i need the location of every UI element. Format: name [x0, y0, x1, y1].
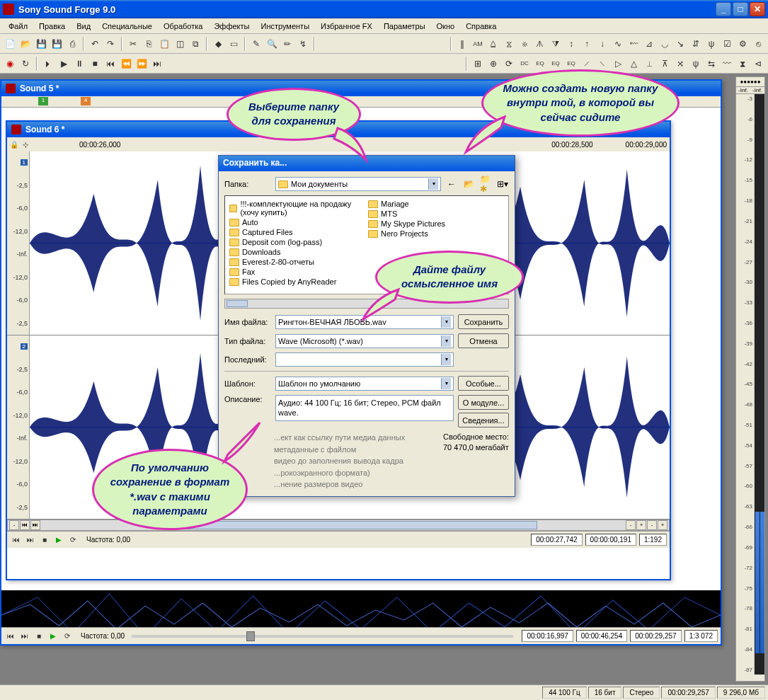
zoom-1-icon[interactable]: - — [626, 520, 636, 530]
fx-pitch-icon[interactable]: ∿ — [611, 37, 625, 51]
folder-item[interactable]: MTS — [367, 209, 505, 219]
s5-scrub-icon[interactable]: ⟳ — [61, 630, 74, 643]
proc-3-icon[interactable]: ⟳ — [502, 57, 516, 71]
cut-icon[interactable]: ✂ — [126, 37, 140, 51]
fx-vol-icon[interactable]: ⇵ — [689, 37, 703, 51]
forward-icon[interactable]: ⏩ — [134, 57, 149, 71]
saveas-icon[interactable]: 💾 — [50, 37, 64, 51]
fx-smooth-icon[interactable]: ◡ — [658, 37, 672, 51]
paste-icon[interactable]: 📋 — [157, 37, 171, 51]
proc-eq2-icon[interactable]: EQ — [549, 57, 563, 71]
record-icon[interactable]: ◉ — [3, 57, 17, 71]
fx-am-icon[interactable]: AM — [471, 37, 485, 51]
s5-scrub-slider[interactable] — [132, 635, 513, 638]
zoom-out-v-icon[interactable]: - — [9, 520, 19, 530]
menu-file[interactable]: Файл — [3, 20, 33, 33]
region-icon[interactable]: ▭ — [227, 37, 241, 51]
fx-last-icon[interactable]: ⎋ — [751, 37, 765, 51]
marker-2[interactable]: 4 — [81, 97, 91, 105]
folder-item[interactable]: Auto — [228, 217, 367, 227]
menu-window[interactable]: Окно — [431, 20, 461, 33]
pause-icon[interactable]: ⏸ — [72, 57, 86, 71]
fx-wave-icon[interactable]: ψ — [704, 37, 718, 51]
tool-event-icon[interactable]: ↯ — [296, 37, 310, 51]
fx-vib-icon[interactable]: ↘ — [673, 37, 687, 51]
s6-goend-icon[interactable]: ⏭ — [24, 534, 37, 546]
fx-chorus-icon[interactable]: ⩠ — [486, 37, 500, 51]
go-start-icon[interactable]: ⏮ — [103, 57, 118, 71]
fx-1-icon[interactable]: ‖ — [455, 37, 469, 51]
folder-item[interactable]: !!!-комплектующие на продажу (хочу купит… — [228, 199, 367, 217]
s5-goend-icon[interactable]: ⏭ — [18, 630, 31, 643]
custom-button[interactable]: Особые... — [458, 376, 509, 391]
prefs-button[interactable]: Сведения... — [458, 413, 509, 428]
minimize-button[interactable]: _ — [716, 2, 731, 16]
menu-help[interactable]: Справка — [460, 20, 502, 33]
proc-fo-icon[interactable]: ⟍ — [595, 57, 609, 71]
menu-special[interactable]: Специальные — [96, 20, 158, 33]
s5-play-icon[interactable]: ▶ — [47, 630, 59, 643]
view-icon[interactable]: ⊞▾ — [496, 178, 509, 190]
folder-item[interactable]: My Skype Pictures — [367, 219, 505, 229]
fx-noise-icon[interactable]: ↓ — [595, 37, 609, 51]
proc-2-icon[interactable]: ⊕ — [486, 57, 500, 71]
play-icon[interactable]: ▶ — [57, 57, 71, 71]
save-button[interactable]: Сохранить — [458, 314, 509, 329]
zoom-in-v-icon[interactable]: ⏮ — [20, 520, 30, 530]
copy-icon[interactable]: ⎘ — [142, 37, 156, 51]
template-dropdown[interactable]: Шаблон по умолчанию▾ — [275, 377, 454, 391]
proc-mute-icon[interactable]: ⟂ — [642, 57, 656, 71]
proc-res-icon[interactable]: ψ — [689, 57, 703, 71]
fx-plug-icon[interactable]: ☑ — [720, 37, 734, 51]
folder-dropdown[interactable]: Мои документы ▾ — [275, 177, 441, 191]
recent-dropdown[interactable]: ▾ — [275, 352, 454, 367]
chevron-down-icon[interactable]: ▾ — [428, 178, 438, 190]
fx-gear-icon[interactable]: ⚙ — [735, 37, 750, 51]
tool-edit-icon[interactable]: ✎ — [249, 37, 263, 51]
fx-delay-icon[interactable]: ⧖ — [502, 37, 516, 51]
undo-icon[interactable]: ↶ — [88, 37, 102, 51]
marker-icon[interactable]: ◆ — [211, 37, 225, 51]
s6-play-icon[interactable]: ▶ — [52, 534, 65, 546]
menu-tools[interactable]: Инструменты — [255, 20, 315, 33]
about-button[interactable]: О модуле... — [458, 395, 509, 410]
folder-item[interactable]: Fax — [228, 267, 367, 277]
fx-gap-icon[interactable]: ↑ — [580, 37, 594, 51]
fx-env-icon[interactable]: ⧩ — [549, 37, 563, 51]
menu-options[interactable]: Параметры — [378, 20, 431, 33]
menu-edit[interactable]: Правка — [33, 20, 71, 33]
cancel-button[interactable]: Отмена — [458, 333, 509, 348]
proc-fade-icon[interactable]: ⟋ — [580, 57, 594, 71]
redo-icon[interactable]: ↷ — [103, 37, 118, 51]
fx-reverb-icon[interactable]: ⬳ — [626, 37, 641, 51]
folder-item[interactable]: Everest-2-80-отчеты — [228, 257, 367, 267]
lock-icon[interactable]: 🔒 — [10, 141, 18, 149]
save-icon[interactable]: 💾 — [34, 37, 48, 51]
back-icon[interactable]: ← — [445, 178, 458, 190]
zoom-2-icon[interactable]: + — [636, 520, 646, 530]
new-icon[interactable]: 📄 — [3, 37, 17, 51]
filetype-chevron-icon[interactable]: ▾ — [441, 335, 451, 347]
meter-tabs[interactable]: ●●●●●● — [736, 77, 764, 87]
marker-1[interactable]: 1 — [38, 97, 48, 105]
go-end-icon[interactable]: ⏭ — [150, 57, 164, 71]
folder-item[interactable]: Mariage — [367, 199, 505, 209]
proc-vol-icon[interactable]: ⊲ — [751, 57, 765, 71]
tool-magnify-icon[interactable]: 🔍 — [265, 37, 279, 51]
mix-icon[interactable]: ◫ — [173, 37, 187, 51]
menu-favorites[interactable]: Избранное FX — [315, 20, 378, 33]
proc-1-icon[interactable]: ⊞ — [471, 57, 485, 71]
s6-stop-icon[interactable]: ■ — [38, 534, 51, 546]
tool-pencil-icon[interactable]: ✏ — [280, 37, 294, 51]
proc-norm-icon[interactable]: ⊼ — [658, 57, 672, 71]
folder-item[interactable]: Deposit com (log-pass) — [228, 237, 367, 247]
menu-process[interactable]: Обработка — [158, 20, 208, 33]
folder-item[interactable]: Files Copied by AnyReader — [228, 277, 367, 287]
trim-icon[interactable]: ⧉ — [188, 37, 202, 51]
fx-flange-icon[interactable]: ↕ — [564, 37, 578, 51]
stop-icon[interactable]: ■ — [88, 57, 102, 71]
template-chevron-icon[interactable]: ▾ — [441, 378, 451, 389]
proc-inv-icon[interactable]: △ — [626, 57, 641, 71]
open-icon[interactable]: 📂 — [18, 37, 33, 51]
snap-icon[interactable]: ⊹ — [23, 141, 28, 149]
